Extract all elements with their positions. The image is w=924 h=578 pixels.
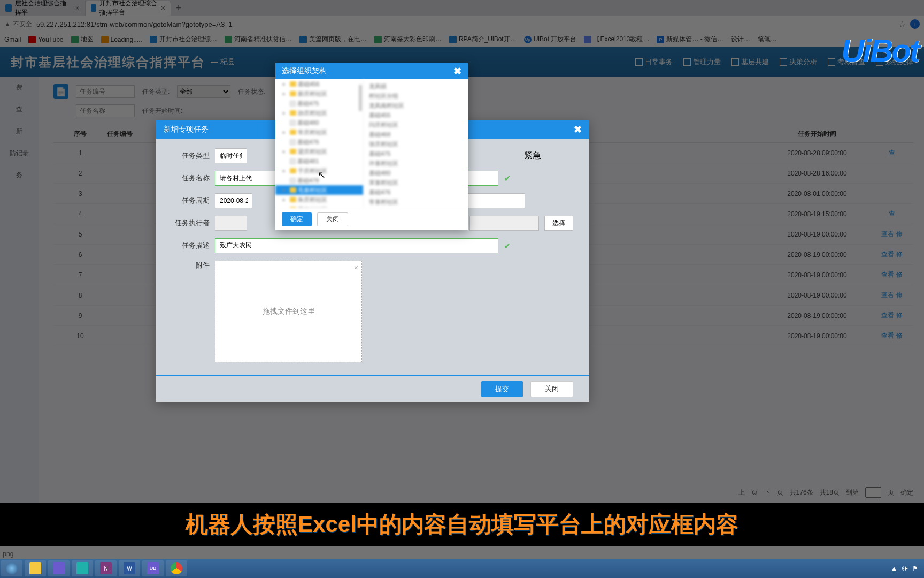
word-button[interactable]: W bbox=[119, 560, 140, 576]
tree-item[interactable]: 基础476 bbox=[275, 137, 363, 147]
sidebar-item[interactable]: 费 bbox=[0, 77, 38, 98]
expand-icon[interactable]: ▸ bbox=[283, 168, 288, 173]
tab-2[interactable]: 开封市社会治理综合指挥平台 × bbox=[86, 1, 171, 16]
task-period-input[interactable] bbox=[215, 193, 252, 208]
tree-item[interactable]: ▸基础456 bbox=[275, 79, 363, 89]
bookmark-star-icon[interactable]: ☆ bbox=[898, 19, 906, 29]
pager-confirm[interactable]: 确定 bbox=[900, 488, 913, 497]
tree-item[interactable]: 基础481 bbox=[275, 156, 363, 166]
start-button[interactable] bbox=[1, 560, 22, 576]
tree-item[interactable]: 基础475 bbox=[275, 98, 363, 108]
bookmark-map[interactable]: 地图 bbox=[71, 35, 94, 44]
close-icon[interactable]: × bbox=[354, 263, 358, 272]
tray-icon[interactable]: 🕪 bbox=[902, 565, 909, 572]
tree-item[interactable]: ▸新庄村社区 bbox=[275, 89, 363, 98]
bookmark-henan[interactable]: 河南省精准扶贫信… bbox=[225, 35, 292, 44]
uibot-button[interactable]: UB bbox=[142, 560, 164, 576]
bookmark-media[interactable]: P新媒体管… - 微信… bbox=[657, 35, 723, 44]
bookmark-gmail[interactable]: Gmail bbox=[4, 36, 21, 43]
ok-button[interactable]: 确定 bbox=[282, 212, 312, 226]
tree-item[interactable]: 基础480 bbox=[275, 118, 363, 127]
task-code-input[interactable] bbox=[76, 85, 135, 98]
list-item[interactable]: 许寨村社区 bbox=[364, 158, 468, 168]
list-item[interactable]: 基础476 bbox=[364, 187, 468, 197]
insecure-badge[interactable]: ▲ 不安全 bbox=[4, 20, 32, 29]
tree-item[interactable]: ▸孙庄村社区 bbox=[275, 108, 363, 118]
cell-action[interactable]: 查 bbox=[871, 209, 913, 218]
tree-item[interactable]: ▸梁庄村社区 bbox=[275, 147, 363, 156]
nav-decision[interactable]: 决策分析 bbox=[780, 57, 817, 67]
org-tree[interactable]: ▸基础456▸新庄村社区基础475▸孙庄村社区基础480▸常庄村社区基础476▸… bbox=[275, 79, 364, 208]
select-executor-button[interactable]: 选择 bbox=[544, 216, 573, 231]
list-item[interactable]: 基础475 bbox=[364, 149, 468, 158]
close-icon[interactable]: ✖ bbox=[574, 124, 582, 135]
expand-icon[interactable]: ▸ bbox=[283, 110, 288, 116]
expand-icon[interactable]: ▸ bbox=[283, 187, 288, 193]
explorer-button[interactable] bbox=[25, 560, 46, 576]
bookmark-notes[interactable]: 笔笔… bbox=[758, 35, 777, 44]
submit-button[interactable]: 提交 bbox=[481, 381, 523, 397]
onenote-button[interactable]: N bbox=[95, 560, 117, 576]
expand-icon[interactable]: ▸ bbox=[283, 91, 288, 96]
org-list[interactable]: 龙凤镇村社区分组龙凤南村社区基础455闫庄村社区基础468张庄村社区基础475许… bbox=[364, 79, 468, 208]
app-button[interactable] bbox=[72, 560, 93, 576]
list-item[interactable]: 龙凤南村社区 bbox=[364, 101, 468, 110]
cell-action[interactable]: 查看 修 bbox=[871, 291, 913, 300]
cell-action[interactable]: 查看 修 bbox=[871, 250, 913, 259]
sidebar-item[interactable]: 防记录 bbox=[0, 142, 38, 164]
list-item[interactable]: 宋寨村社区 bbox=[364, 178, 468, 187]
nav-daily[interactable]: 日常事务 bbox=[635, 57, 673, 67]
expand-icon[interactable]: ▸ bbox=[283, 207, 288, 208]
close-icon[interactable]: × bbox=[161, 4, 165, 12]
expand-icon[interactable]: ▸ bbox=[283, 81, 288, 87]
update-icon[interactable]: ↑ bbox=[910, 19, 920, 29]
list-item[interactable]: 基础455 bbox=[364, 110, 468, 120]
sidebar-item[interactable]: 查 bbox=[0, 98, 38, 120]
bookmark-meipian[interactable]: 美篇网页版，在电… bbox=[299, 35, 367, 44]
tray-icon[interactable]: ▲ bbox=[891, 565, 898, 572]
chrome-button[interactable] bbox=[166, 560, 187, 576]
cell-action[interactable]: 查看 修 bbox=[871, 270, 913, 279]
bookmark-rpa[interactable]: RPA简介_UiBot开… bbox=[449, 35, 517, 44]
scrollbar[interactable] bbox=[359, 85, 362, 111]
task-desc-textarea[interactable]: 致广大农民 bbox=[215, 238, 498, 253]
nav-manage[interactable]: 管理力量 bbox=[683, 57, 721, 67]
tree-item[interactable]: ▸王寨村社区 bbox=[275, 204, 363, 208]
task-name-input[interactable] bbox=[76, 104, 135, 117]
task-type-input[interactable] bbox=[215, 148, 247, 163]
task-type-select[interactable]: 全部 bbox=[177, 85, 230, 98]
bookmark-uibot[interactable]: UpUiBot 开放平台 bbox=[524, 35, 577, 44]
list-item[interactable]: 龙凤镇 bbox=[364, 81, 468, 91]
new-tab-button[interactable]: + bbox=[171, 3, 186, 14]
tree-item[interactable]: ▸毛寨村社区 bbox=[275, 185, 363, 195]
pager-next[interactable]: 下一页 bbox=[764, 488, 783, 497]
list-item[interactable]: 常寨村社区 bbox=[364, 197, 468, 207]
sidebar-item[interactable]: 务 bbox=[0, 164, 38, 186]
list-item[interactable]: 基础480 bbox=[364, 168, 468, 178]
pager-page-input[interactable] bbox=[865, 487, 881, 498]
bookmark-print[interactable]: 河南盛大彩色印刷… bbox=[374, 35, 442, 44]
bookmark-youtube[interactable]: YouTube bbox=[28, 36, 63, 43]
close-icon[interactable]: × bbox=[75, 4, 80, 12]
cancel-button[interactable]: 关闭 bbox=[530, 381, 573, 397]
close-icon[interactable]: ✖ bbox=[453, 65, 461, 77]
upload-dropzone[interactable]: × 拖拽文件到这里 bbox=[215, 261, 362, 362]
bookmark-design[interactable]: 设计… bbox=[731, 35, 750, 44]
expand-icon[interactable]: ▸ bbox=[283, 130, 288, 135]
task-executor-input[interactable] bbox=[215, 216, 247, 231]
cell-action[interactable]: 查 bbox=[871, 148, 913, 157]
cell-action[interactable]: 查看 修 bbox=[871, 230, 913, 239]
search-icon-button[interactable]: 📄 bbox=[53, 84, 68, 99]
list-item[interactable]: 闫庄村社区 bbox=[364, 120, 468, 130]
expand-icon[interactable]: ▸ bbox=[283, 197, 288, 202]
tray-icon[interactable]: ⚑ bbox=[912, 565, 920, 572]
sidebar-item[interactable]: 新 bbox=[0, 120, 38, 142]
bookmark-excel[interactable]: 【Excel2013教程… bbox=[584, 35, 649, 44]
list-item[interactable]: 基础468 bbox=[364, 130, 468, 139]
list-item[interactable]: 张庄村社区 bbox=[364, 139, 468, 149]
url-text[interactable]: 59.227.251.212:81/stm-web/common/gotoMai… bbox=[36, 20, 894, 28]
list-item[interactable]: 基础481 bbox=[364, 207, 468, 208]
bookmark-kaifeng[interactable]: 开封市社会治理综… bbox=[150, 35, 217, 44]
close-button[interactable]: 关闭 bbox=[317, 212, 348, 226]
tab-1[interactable]: 层社会治理综合指挥平 × bbox=[0, 1, 86, 16]
